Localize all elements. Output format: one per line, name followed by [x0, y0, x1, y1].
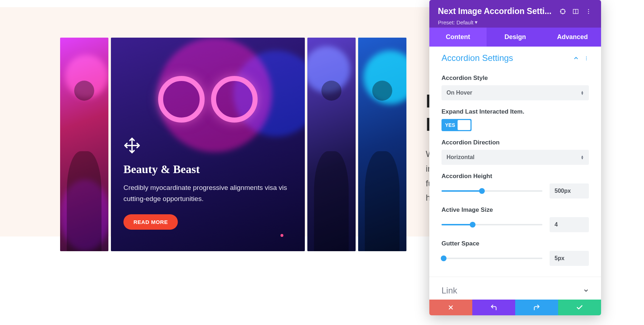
label-direction: Accordion Direction [441, 139, 589, 146]
section-link-header[interactable]: Link [429, 277, 601, 300]
cancel-button[interactable] [429, 300, 472, 315]
section-accordion-settings-header[interactable]: Accordion Settings [429, 50, 601, 70]
slide-content: Beauty & Beast Credibly myocardinate pro… [123, 137, 292, 230]
slide-image [358, 38, 406, 251]
slide-image [60, 38, 108, 251]
image-accordion: Beauty & Beast Credibly myocardinate pro… [60, 38, 406, 251]
chevron-down-icon [583, 286, 589, 296]
accordion-item-3[interactable] [307, 38, 356, 251]
svg-point-7 [588, 13, 589, 14]
pager-dot [280, 234, 283, 237]
slider-accordion-height[interactable] [441, 187, 542, 195]
label-gutter-space: Gutter Space [441, 240, 589, 247]
preset-label: Preset: Default [438, 19, 473, 25]
select-direction[interactable]: Horizontal ▲▼ [441, 150, 589, 165]
slider-active-image-size[interactable] [441, 221, 542, 228]
tab-advanced[interactable]: Advanced [544, 28, 601, 47]
chevron-up-icon [573, 53, 579, 63]
tab-content[interactable]: Content [429, 28, 487, 47]
accordion-item-4[interactable] [358, 38, 406, 251]
panel-tabs: Content Design Advanced [429, 28, 601, 47]
toggle-knob [458, 120, 470, 130]
section-title: Accordion Settings [441, 53, 573, 63]
panel-footer [429, 300, 601, 315]
kebab-menu-icon[interactable] [584, 53, 589, 63]
svg-point-8 [586, 57, 587, 57]
input-gutter-space[interactable] [550, 251, 589, 266]
read-more-button[interactable]: READ MORE [123, 214, 178, 230]
select-value: On Hover [447, 90, 472, 96]
expand-icon[interactable] [559, 8, 567, 15]
svg-point-5 [588, 9, 589, 10]
svg-point-9 [586, 58, 587, 59]
select-caret-icon: ▲▼ [581, 155, 584, 159]
svg-point-6 [588, 11, 589, 12]
label-accordion-style: Accordion Style [441, 75, 589, 82]
svg-point-10 [586, 59, 587, 60]
input-active-image-size[interactable] [550, 217, 589, 232]
preset-dropdown[interactable]: Preset: Default ▾ [438, 19, 592, 25]
section-title: Link [441, 286, 583, 296]
slide-title: Beauty & Beast [123, 163, 292, 176]
caret-down-icon: ▾ [475, 19, 478, 25]
select-accordion-style[interactable]: On Hover ▲▼ [441, 85, 589, 100]
select-caret-icon: ▲▼ [581, 91, 584, 95]
panel-body[interactable]: Accordion Settings Accordion Style On Ho… [429, 47, 601, 300]
slide-description: Credibly myocardinate progressive alignm… [123, 182, 288, 204]
section-accordion-settings: Accordion Style On Hover ▲▼ Expand Last … [429, 70, 601, 277]
accordion-item-1[interactable] [60, 38, 108, 251]
label-active-image-size: Active Image Size [441, 206, 589, 214]
panel-header[interactable]: Next Image Accordion Setti... Preset: De… [429, 0, 601, 28]
accordion-item-2-active[interactable]: Beauty & Beast Credibly myocardinate pro… [111, 38, 305, 251]
slider-gutter-space[interactable] [441, 255, 542, 262]
svg-rect-2 [561, 9, 565, 13]
move-icon [123, 137, 292, 156]
select-value: Horizontal [447, 154, 474, 161]
label-accordion-height: Accordion Height [441, 173, 589, 180]
settings-panel: Next Image Accordion Setti... Preset: De… [429, 0, 601, 315]
kebab-menu-icon[interactable] [585, 8, 592, 15]
toggle-expand-last[interactable]: YES [441, 119, 472, 131]
sunglasses-graphic [158, 76, 258, 123]
input-accordion-height[interactable] [550, 183, 589, 199]
slide-image [307, 38, 356, 251]
redo-button[interactable] [515, 300, 558, 315]
tab-design[interactable]: Design [487, 28, 544, 47]
toggle-value: YES [445, 122, 455, 128]
undo-button[interactable] [472, 300, 515, 315]
panel-title: Next Image Accordion Setti... [438, 6, 554, 16]
save-button[interactable] [558, 300, 601, 315]
columns-icon[interactable] [572, 8, 580, 15]
label-expand-last: Expand Last Interacted Item. [441, 108, 589, 115]
